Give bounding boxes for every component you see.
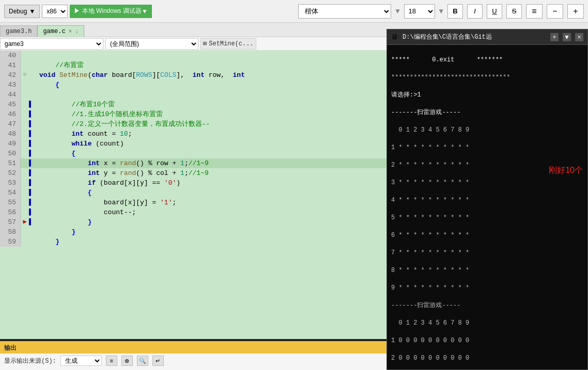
italic-button[interactable]: I <box>467 4 483 19</box>
terminal-line-5: 0 1 2 3 4 5 6 7 8 9 <box>391 126 583 135</box>
output-source-select[interactable]: 生成 <box>60 356 102 366</box>
debug-controls: Debug ▼ x86 ▶ 本地 Windows 调试器 ▼ <box>4 5 152 18</box>
terminal-line-2: ******************************** <box>391 73 583 82</box>
font-name-select[interactable]: 楷体 <box>298 4 391 19</box>
line-marker-42: = <box>21 70 29 80</box>
line-num-56: 56 <box>0 207 21 217</box>
debug-select[interactable]: Debug ▼ <box>4 5 40 18</box>
line-num-55: 55 <box>0 198 21 207</box>
global-scope-select[interactable]: (全局范围) <box>105 38 198 50</box>
line-marker-47 <box>21 119 29 129</box>
line-content-56: count--; <box>37 207 136 217</box>
line-indent-55: ▌ <box>29 198 37 207</box>
line-marker-45 <box>21 100 29 109</box>
line-content-40 <box>37 51 39 60</box>
underline-button[interactable]: U <box>487 4 502 19</box>
line-indent-41 <box>29 60 37 70</box>
debug-label: Debug <box>9 8 27 15</box>
terminal-line-8: 3 * * * * * * * * * * <box>391 179 583 187</box>
plus-button[interactable]: + <box>567 4 584 19</box>
tab-gamec-pin[interactable]: ↓ <box>75 28 79 35</box>
terminal-line-16: 0 1 2 3 4 5 6 7 8 9 <box>391 319 583 328</box>
minus-icon: − <box>552 7 557 16</box>
top-toolbar: Debug ▼ x86 ▶ 本地 Windows 调试器 ▼ 楷体 ▼ 18 ▼… <box>0 0 588 23</box>
tab-game3h-label: game3.h <box>6 28 32 35</box>
line-content-49: while (count) <box>37 139 124 149</box>
font-size-dropdown: ▼ <box>439 7 443 15</box>
line-num-42: 42 <box>0 70 21 80</box>
terminal-line-18: 2 0 0 0 0 0 0 0 0 0 0 <box>391 354 583 363</box>
line-marker-57: ▶ <box>21 217 29 227</box>
output-source-label: 显示输出来源(S): <box>4 357 56 365</box>
line-content-45: //布置10个雷 <box>37 100 115 109</box>
line-num-46: 46 <box>0 109 21 119</box>
format-icon: ≡ <box>532 7 536 16</box>
minus-button[interactable]: − <box>547 4 563 19</box>
terminal-add-tab[interactable]: + <box>550 33 559 41</box>
line-indent-52: ▌ <box>29 168 37 178</box>
line-content-43: { <box>37 80 59 90</box>
line-indent-42 <box>29 70 37 80</box>
tab-gamec-label: game.c <box>43 28 65 35</box>
line-indent-50: ▌ <box>29 149 37 158</box>
line-marker-48 <box>21 129 29 139</box>
debug-dropdown-icon: ▼ <box>29 8 35 15</box>
line-indent-59 <box>29 237 37 247</box>
line-indent-44 <box>29 90 37 100</box>
line-content-41: //布置雷 <box>37 60 84 70</box>
tab-game3h[interactable]: game3.h <box>0 25 37 37</box>
line-marker-41 <box>21 60 29 70</box>
line-content-54: { <box>37 188 91 198</box>
line-indent-46: ▌ <box>29 109 37 119</box>
terminal-line-4: -------扫雷游戏----- <box>391 108 583 117</box>
bold-button[interactable]: B <box>447 4 463 19</box>
terminal-body[interactable]: ***** 0.exit ******* *******************… <box>387 45 587 369</box>
terminal-title: D:\编程合集\C语言合集\Git远 <box>403 33 546 41</box>
terminal-line-10: 5 * * * * * * * * * * <box>391 214 583 222</box>
run-button[interactable]: ▶ 本地 Windows 调试器 ▼ <box>70 5 152 18</box>
terminal-titlebar: 🖥 D:\编程合集\C语言合集\Git远 + ▼ × <box>387 29 587 45</box>
line-marker-51 <box>21 158 29 168</box>
tab-gamec-close[interactable]: × <box>69 28 72 35</box>
terminal-line-6: 1 * * * * * * * * * * <box>391 143 583 152</box>
line-num-58: 58 <box>0 227 21 237</box>
output-btn-wrap[interactable]: ↵ <box>152 356 164 366</box>
line-content-58: } <box>37 227 75 237</box>
arch-select[interactable]: x86 <box>42 5 68 18</box>
line-num-45: 45 <box>0 100 21 109</box>
line-num-43: 43 <box>0 80 21 90</box>
terminal-line-1: ***** 0.exit ******* <box>391 56 583 65</box>
line-content-48: int count = 10; <box>37 129 132 139</box>
run-dropdown-icon: ▼ <box>142 8 148 15</box>
line-indent-49: ▌ <box>29 139 37 149</box>
line-num-47: 47 <box>0 119 21 129</box>
output-btn-2[interactable]: ⊕ <box>121 356 133 366</box>
line-indent-45: ▌ <box>29 100 37 109</box>
line-marker-49 <box>21 139 29 149</box>
line-num-48: 48 <box>0 129 21 139</box>
line-marker-43 <box>21 80 29 90</box>
format-icon-button[interactable]: ≡ <box>526 4 543 19</box>
line-marker-58 <box>21 227 29 237</box>
output-btn-1[interactable]: ≡ <box>106 356 117 366</box>
strikethrough-button[interactable]: S <box>506 4 522 19</box>
terminal-line-17: 1 0 0 0 0 0 0 0 0 0 0 <box>391 336 583 345</box>
terminal-line-12: 7 * * * * * * * * * * <box>391 249 583 258</box>
terminal-line-7: 2 * * * * * * * * * * <box>391 161 583 170</box>
line-content-50: { <box>37 149 75 158</box>
line-content-55: board[x][y] = '1'; <box>37 198 176 207</box>
scope-select[interactable]: game3 <box>0 38 103 50</box>
function-label-icon: ⊞ <box>203 40 207 47</box>
tab-gamec[interactable]: game.c × ↓ <box>37 25 84 37</box>
line-num-59: 59 <box>0 237 21 247</box>
font-size-select[interactable]: 18 <box>404 4 435 19</box>
output-btn-search[interactable]: 🔍 <box>137 356 148 366</box>
line-num-53: 53 <box>0 178 21 188</box>
line-num-54: 54 <box>0 188 21 198</box>
terminal-close[interactable]: × <box>575 33 583 41</box>
line-num-50: 50 <box>0 149 21 158</box>
line-indent-57: ▌ <box>29 217 37 227</box>
terminal-dropdown[interactable]: ▼ <box>563 33 571 41</box>
line-marker-53 <box>21 178 29 188</box>
line-content-53: if (board[x][y] == '0') <box>37 178 180 188</box>
